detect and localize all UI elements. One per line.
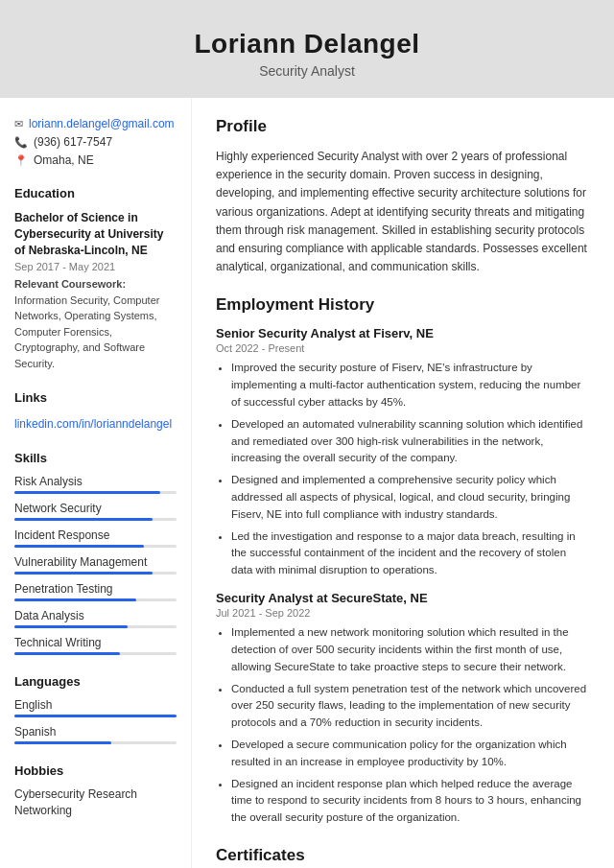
coursework-label: Relevant Coursework: <box>14 278 126 290</box>
languages-heading: Languages <box>14 674 177 689</box>
job-bullet: Developed a secure communication policy … <box>231 737 590 771</box>
job-title: Security Analyst at SecureState, NE <box>216 591 590 605</box>
skill-bar-bg <box>14 518 177 521</box>
skill-bar-fill <box>14 491 160 494</box>
skill-bar-fill <box>14 572 153 575</box>
job-dates: Jul 2021 - Sep 2022 <box>216 607 590 619</box>
profile-heading: Profile <box>216 117 590 140</box>
resume-body: ✉ loriann.delangel@gmail.com 📞 (936) 617… <box>0 98 614 868</box>
email-link[interactable]: loriann.delangel@gmail.com <box>29 117 175 130</box>
hobbies-list: Cybersecurity ResearchNetworking <box>14 787 177 817</box>
skill-bar-fill <box>14 652 120 655</box>
candidate-title: Security Analyst <box>19 63 595 79</box>
skills-heading: Skills <box>14 451 177 465</box>
links-section: Links linkedin.com/in/lorianndelangel <box>14 390 177 432</box>
phone-icon: 📞 <box>14 136 28 149</box>
language-bar-bg <box>14 715 177 717</box>
job-bullet: Implemented a new network monitoring sol… <box>231 624 590 675</box>
job-bullet: Improved the security posture of Fiserv,… <box>231 360 590 411</box>
resume-header: Loriann Delangel Security Analyst <box>0 0 614 98</box>
edu-coursework: Relevant Coursework: Information Securit… <box>14 276 177 371</box>
email-icon: ✉ <box>14 118 23 130</box>
resume-container: Loriann Delangel Security Analyst ✉ lori… <box>0 0 614 868</box>
skill-bar-bg <box>14 625 177 628</box>
hobbies-heading: Hobbies <box>14 763 177 778</box>
skills-section: Skills Risk Analysis Network Security In… <box>14 451 177 655</box>
skill-name: Incident Response <box>14 528 177 542</box>
skill-name: Risk Analysis <box>14 475 177 488</box>
skill-item: Technical Writing <box>14 636 177 655</box>
education-section: Education Bachelor of Science in Cyberse… <box>14 186 177 371</box>
location-item: 📍 Omaha, NE <box>14 153 177 167</box>
skill-item: Incident Response <box>14 528 177 548</box>
skill-bar-fill <box>14 625 128 628</box>
skill-bar-fill <box>14 518 153 521</box>
job-bullet: Led the investigation and response to a … <box>231 528 590 579</box>
language-name: English <box>14 698 177 712</box>
candidate-name: Loriann Delangel <box>19 29 595 59</box>
language-item: English <box>14 698 177 717</box>
language-bar-fill <box>14 715 177 717</box>
jobs-list: Senior Security Analyst at Fiserv, NE Oc… <box>216 326 590 827</box>
hobby-item: Networking <box>14 804 177 817</box>
skill-name: Penetration Testing <box>14 582 177 596</box>
employment-heading: Employment History <box>216 295 590 318</box>
skill-bar-bg <box>14 652 177 655</box>
job-bullets: Improved the security posture of Fiserv,… <box>216 360 590 579</box>
coursework-text: Information Security, Computer Networks,… <box>14 294 159 369</box>
job-bullet: Conducted a full system penetration test… <box>231 681 590 732</box>
skill-name: Vulnerability Management <box>14 555 177 569</box>
phone-text: (936) 617-7547 <box>34 135 112 149</box>
links-heading: Links <box>14 390 177 405</box>
skill-item: Risk Analysis <box>14 475 177 494</box>
language-bar-fill <box>14 741 111 744</box>
skill-bar-fill <box>14 545 144 548</box>
skill-item: Penetration Testing <box>14 582 177 601</box>
profile-text: Highly experienced Security Analyst with… <box>216 148 590 276</box>
job-dates: Oct 2022 - Present <box>216 342 590 354</box>
job-title: Senior Security Analyst at Fiserv, NE <box>216 326 590 340</box>
skill-name: Technical Writing <box>14 636 177 649</box>
certificates-section: Certificates Certified Information Syste… <box>216 846 590 868</box>
phone-item: 📞 (936) 617-7547 <box>14 135 177 149</box>
language-item: Spanish <box>14 725 177 744</box>
job-bullet: Designed and implemented a comprehensive… <box>231 472 590 523</box>
contact-section: ✉ loriann.delangel@gmail.com 📞 (936) 617… <box>14 117 177 167</box>
skill-bar-bg <box>14 572 177 575</box>
location-icon: 📍 <box>14 154 28 167</box>
job-bullet: Developed an automated vulnerability sca… <box>231 416 590 467</box>
profile-section: Profile Highly experienced Security Anal… <box>216 117 590 276</box>
email-item: ✉ loriann.delangel@gmail.com <box>14 117 177 130</box>
certificates-heading: Certificates <box>216 846 590 868</box>
job-entry: Senior Security Analyst at Fiserv, NE Oc… <box>216 326 590 579</box>
skills-list: Risk Analysis Network Security Incident … <box>14 475 177 655</box>
languages-list: English Spanish <box>14 698 177 744</box>
skill-bar-fill <box>14 598 136 601</box>
main-content: Profile Highly experienced Security Anal… <box>192 98 614 868</box>
edu-degree: Bachelor of Science in Cybersecurity at … <box>14 210 177 258</box>
job-entry: Security Analyst at SecureState, NE Jul … <box>216 591 590 827</box>
skill-bar-bg <box>14 545 177 548</box>
skill-item: Vulnerability Management <box>14 555 177 575</box>
skill-bar-bg <box>14 491 177 494</box>
hobby-item: Cybersecurity Research <box>14 787 177 801</box>
education-heading: Education <box>14 186 177 200</box>
edu-dates: Sep 2017 - May 2021 <box>14 261 177 272</box>
language-name: Spanish <box>14 725 177 739</box>
skill-item: Data Analysis <box>14 609 177 628</box>
skill-bar-bg <box>14 598 177 601</box>
hobbies-section: Hobbies Cybersecurity ResearchNetworking <box>14 763 177 817</box>
job-bullet: Designed an incident response plan which… <box>231 776 590 827</box>
sidebar: ✉ loriann.delangel@gmail.com 📞 (936) 617… <box>0 98 192 868</box>
languages-section: Languages English Spanish <box>14 674 177 744</box>
skill-name: Network Security <box>14 502 177 515</box>
linkedin-link[interactable]: linkedin.com/in/lorianndelangel <box>14 417 172 431</box>
language-bar-bg <box>14 741 177 744</box>
location-text: Omaha, NE <box>34 153 94 167</box>
skill-name: Data Analysis <box>14 609 177 622</box>
job-bullets: Implemented a new network monitoring sol… <box>216 624 590 827</box>
employment-section: Employment History Senior Security Analy… <box>216 295 590 827</box>
skill-item: Network Security <box>14 502 177 521</box>
